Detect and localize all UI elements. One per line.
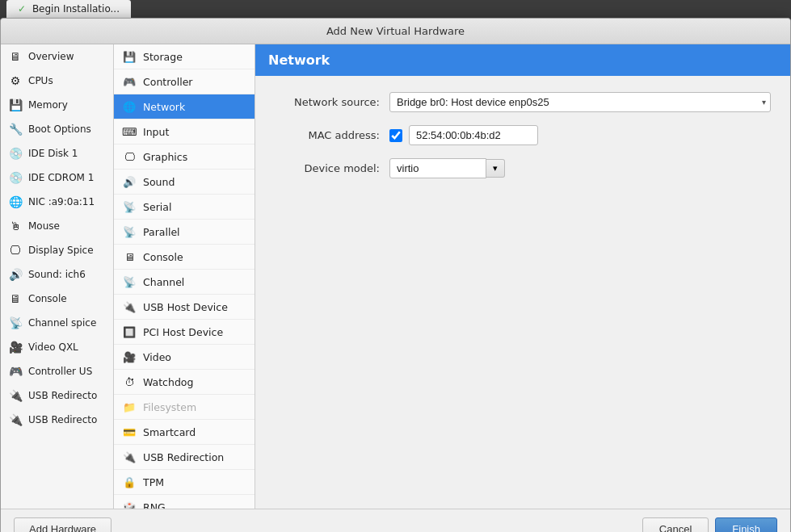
hw-item-filesystem: 📁 Filesystem xyxy=(114,395,255,420)
sidebar-label-overview: Overview xyxy=(28,51,74,62)
hw-label-network: Network xyxy=(143,101,185,113)
device-model-select[interactable]: virtioe1000rtl8139 xyxy=(389,158,486,178)
hw-item-channel[interactable]: 📡 Channel xyxy=(114,270,255,295)
sidebar-icon-cpus: ⚙ xyxy=(7,73,23,89)
sidebar-icon-ide-disk-1: 💿 xyxy=(7,145,23,161)
content-header: Network xyxy=(255,44,790,76)
mac-address-label: MAC address: xyxy=(275,129,380,141)
sidebar-item-ide-disk-1[interactable]: 💿 IDE Disk 1 xyxy=(1,141,113,165)
hw-label-pci-host-device: PCI Host Device xyxy=(143,326,223,338)
mac-address-checkbox[interactable] xyxy=(389,129,402,142)
hw-item-serial[interactable]: 📡 Serial xyxy=(114,195,255,220)
sidebar-item-channel-spice[interactable]: 📡 Channel spice xyxy=(1,311,113,335)
sidebar-item-boot-options[interactable]: 🔧 Boot Options xyxy=(1,117,113,141)
hw-item-smartcard[interactable]: 💳 Smartcard xyxy=(114,420,255,445)
sidebar-label-mouse: Mouse xyxy=(28,220,60,232)
dialog: Add New Virtual Hardware 🖥 Overview⚙ CPU… xyxy=(0,18,791,532)
device-model-dropdown-btn[interactable]: ▾ xyxy=(486,159,505,178)
hw-item-controller[interactable]: 🎮 Controller xyxy=(114,69,255,94)
hw-label-console: Console xyxy=(143,251,183,263)
hw-item-input[interactable]: ⌨ Input xyxy=(114,119,255,145)
hw-icon-smartcard: 💳 xyxy=(122,425,137,439)
network-source-select[interactable]: Bridge br0: Host device enp0s25NATIsolat… xyxy=(389,92,771,112)
hw-item-graphics[interactable]: 🖵 Graphics xyxy=(114,145,255,170)
hw-item-tpm[interactable]: 🔒 TPM xyxy=(114,470,255,495)
device-model-control: virtioe1000rtl8139 ▾ xyxy=(389,158,505,178)
hw-item-storage[interactable]: 💾 Storage xyxy=(114,44,255,69)
sidebar-icon-usb-redirect-2: 🔌 xyxy=(7,412,23,428)
footer-buttons: Cancel Finish xyxy=(642,517,777,532)
network-source-control: Bridge br0: Host device enp0s25NATIsolat… xyxy=(389,92,771,112)
sidebar-item-console[interactable]: 🖥 Console xyxy=(1,287,113,311)
sidebar: 🖥 Overview⚙ CPUs💾 Memory🔧 Boot Options💿 … xyxy=(1,44,114,509)
dialog-body: 🖥 Overview⚙ CPUs💾 Memory🔧 Boot Options💿 … xyxy=(1,44,790,509)
hw-label-serial: Serial xyxy=(143,201,171,213)
hw-item-console[interactable]: 🖥 Console xyxy=(114,245,255,270)
sidebar-label-controller-us: Controller US xyxy=(28,366,92,377)
device-model-label: Device model: xyxy=(275,162,380,174)
device-model-row: Device model: virtioe1000rtl8139 ▾ xyxy=(275,158,771,178)
sidebar-icon-overview: 🖥 xyxy=(7,48,23,65)
add-hardware-button[interactable]: Add Hardware xyxy=(14,517,111,532)
sidebar-icon-controller-us: 🎮 xyxy=(7,363,23,379)
hw-icon-controller: 🎮 xyxy=(122,74,137,89)
sidebar-item-overview[interactable]: 🖥 Overview xyxy=(1,44,113,69)
hw-item-network[interactable]: 🌐 Network xyxy=(114,94,255,119)
hw-icon-filesystem: 📁 xyxy=(122,400,137,414)
sidebar-item-sound-ich6[interactable]: 🔊 Sound: ich6 xyxy=(1,262,113,287)
mac-address-control xyxy=(389,125,538,145)
sidebar-label-boot-options: Boot Options xyxy=(28,124,91,135)
sidebar-icon-boot-options: 🔧 xyxy=(7,121,23,137)
sidebar-label-channel-spice: Channel spice xyxy=(28,317,96,329)
sidebar-item-nic[interactable]: 🌐 NIC :a9:0a:11 xyxy=(1,190,113,214)
sidebar-item-mouse[interactable]: 🖱 Mouse xyxy=(1,214,113,238)
hw-item-usb-redirection[interactable]: 🔌 USB Redirection xyxy=(114,445,255,470)
sidebar-label-console: Console xyxy=(28,293,67,304)
hw-label-tpm: TPM xyxy=(143,476,164,488)
hw-label-usb-host-device: USB Host Device xyxy=(143,301,228,313)
hw-label-storage: Storage xyxy=(143,51,183,63)
hw-item-pci-host-device[interactable]: 🔲 PCI Host Device xyxy=(114,320,255,345)
hw-icon-parallel: 📡 xyxy=(122,224,137,239)
hw-label-graphics: Graphics xyxy=(143,151,187,163)
cancel-button[interactable]: Cancel xyxy=(642,517,709,532)
sidebar-icon-ide-cdrom-1: 💿 xyxy=(7,170,23,186)
sidebar-label-video-qxl: Video QXL xyxy=(28,341,78,353)
sidebar-icon-channel-spice: 📡 xyxy=(7,315,23,331)
sidebar-item-ide-cdrom-1[interactable]: 💿 IDE CDROM 1 xyxy=(1,165,113,190)
sidebar-item-usb-redirect-2[interactable]: 🔌 USB Redirecto xyxy=(1,408,113,432)
sidebar-item-video-qxl[interactable]: 🎥 Video QXL xyxy=(1,335,113,359)
mac-address-input[interactable] xyxy=(409,125,538,145)
mac-address-row: MAC address: xyxy=(275,125,771,145)
sidebar-item-memory[interactable]: 💾 Memory xyxy=(1,93,113,117)
hw-item-sound[interactable]: 🔊 Sound xyxy=(114,170,255,195)
hw-label-smartcard: Smartcard xyxy=(143,426,196,438)
hw-item-video[interactable]: 🎥 Video xyxy=(114,345,255,370)
hw-label-parallel: Parallel xyxy=(143,226,180,238)
sidebar-item-cpus[interactable]: ⚙ CPUs xyxy=(1,69,113,93)
hw-icon-sound: 🔊 xyxy=(122,174,137,189)
finish-button[interactable]: Finish xyxy=(715,517,777,532)
sidebar-icon-memory: 💾 xyxy=(7,97,23,113)
sidebar-item-controller-us[interactable]: 🎮 Controller US xyxy=(1,359,113,383)
sidebar-label-display-spice: Display Spice xyxy=(28,245,94,256)
sidebar-icon-console: 🖥 xyxy=(7,291,23,307)
content-body: Network source: Bridge br0: Host device … xyxy=(255,76,790,509)
sidebar-label-ide-cdrom-1: IDE CDROM 1 xyxy=(28,172,94,183)
hw-item-parallel[interactable]: 📡 Parallel xyxy=(114,220,255,245)
sidebar-label-usb-redirect-1: USB Redirecto xyxy=(28,390,97,401)
hw-icon-rng: 🎲 xyxy=(122,500,137,509)
hw-item-watchdog[interactable]: ⏱ Watchdog xyxy=(114,370,255,395)
sidebar-icon-nic: 🌐 xyxy=(7,194,23,210)
hw-item-usb-host-device[interactable]: 🔌 USB Host Device xyxy=(114,295,255,320)
sidebar-label-nic: NIC :a9:0a:11 xyxy=(28,196,95,207)
hw-item-rng[interactable]: 🎲 RNG xyxy=(114,495,255,509)
hw-label-input: Input xyxy=(143,126,169,138)
hw-label-usb-redirection: USB Redirection xyxy=(143,451,224,463)
main-tab[interactable]: ✓ Begin Installatio... xyxy=(6,0,131,18)
sidebar-label-usb-redirect-2: USB Redirecto xyxy=(28,414,97,425)
sidebar-item-display-spice[interactable]: 🖵 Display Spice xyxy=(1,238,113,262)
hw-list: 💾 Storage🎮 Controller🌐 Network⌨ Input🖵 G… xyxy=(114,44,255,509)
tab-label: Begin Installatio... xyxy=(32,3,120,15)
sidebar-item-usb-redirect-1[interactable]: 🔌 USB Redirecto xyxy=(1,383,113,408)
